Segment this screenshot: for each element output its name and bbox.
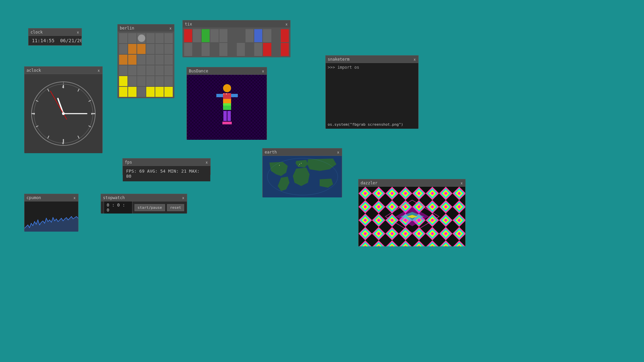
- cpumon-title: cpumon: [26, 195, 41, 200]
- stopwatch-display: 0 : 0 : 0: [104, 201, 132, 214]
- svg-rect-39: [226, 93, 227, 95]
- dazzler-content: [359, 187, 465, 246]
- clock-date: 06/21/20: [60, 38, 82, 43]
- tix-close-button[interactable]: x: [285, 22, 288, 26]
- cpumon-titlebar: cpumon x: [24, 194, 78, 201]
- clock-window: clock x 11:14:55 06/21/20: [28, 28, 82, 46]
- stopwatch-content: 0 : 0 : 0 start/pause reset: [101, 201, 187, 214]
- svg-point-42: [299, 164, 300, 165]
- dazzler-title: dazzler: [361, 181, 378, 185]
- fps-close-button[interactable]: x: [205, 160, 209, 164]
- berlin-window: berlin x: [117, 24, 174, 98]
- svg-line-15: [58, 99, 63, 114]
- berlin-close-button[interactable]: x: [169, 26, 172, 30]
- clock-title: clock: [31, 30, 43, 35]
- berlin-content: [118, 32, 174, 98]
- stopwatch-reset-button[interactable]: reset: [167, 204, 184, 211]
- busdance-figure: [187, 75, 267, 140]
- earth-title: earth: [265, 150, 277, 155]
- svg-line-17: [50, 91, 67, 119]
- clock-content: 11:14:55 06/21/20: [29, 36, 82, 45]
- earth-titlebar: earth x: [263, 148, 342, 156]
- aclock-close-button[interactable]: x: [97, 68, 101, 72]
- stopwatch-title: stopwatch: [103, 195, 125, 200]
- busdance-content: [187, 75, 267, 140]
- svg-rect-36: [222, 122, 227, 124]
- earth-map: [263, 156, 342, 197]
- clock-time: 11:14:55: [32, 38, 54, 43]
- svg-rect-32: [216, 94, 223, 97]
- aclock-titlebar: aclock x: [24, 67, 102, 74]
- dazzler-window: dazzler x: [358, 179, 466, 246]
- svg-line-13: [48, 89, 49, 92]
- svg-rect-31: [223, 103, 231, 110]
- snaketerm-content[interactable]: >>> import os os.system("fbgrab screensh…: [326, 63, 418, 129]
- earth-window: earth x: [262, 148, 342, 197]
- aclock-window: aclock x: [24, 66, 103, 153]
- fps-titlebar: fps x: [123, 159, 210, 166]
- snaketerm-title: snaketerm: [328, 57, 350, 62]
- busdance-window: BusDance x: [186, 67, 267, 139]
- tix-window: tix x: [182, 20, 290, 57]
- stopwatch-titlebar: stopwatch x: [101, 194, 187, 201]
- berlin-title: berlin: [120, 26, 134, 31]
- cpumon-window: cpumon x: [24, 194, 78, 231]
- fps-stats: FPS: 69 AVG: 54 MIN: 21 MAX: 80: [123, 166, 210, 181]
- svg-text:▼: ▼: [62, 141, 64, 145]
- tix-titlebar: tix x: [183, 20, 290, 28]
- svg-rect-33: [231, 94, 238, 97]
- fps-window: fps x FPS: 69 AVG: 54 MIN: 21 MAX: 80: [122, 158, 211, 175]
- clock-close-button[interactable]: x: [76, 30, 80, 34]
- clock-display: 11:14:55 06/21/20: [29, 36, 82, 45]
- snaketerm-line1: >>> import os: [328, 65, 416, 70]
- tix-content: [183, 28, 290, 57]
- earth-close-button[interactable]: x: [337, 150, 340, 154]
- stopwatch-window: stopwatch x 0 : 0 : 0 start/pause reset: [101, 194, 187, 213]
- svg-rect-40: [228, 93, 230, 95]
- svg-rect-34: [223, 111, 227, 121]
- cpumon-content: [24, 201, 78, 232]
- busdance-title: BusDance: [189, 69, 208, 73]
- svg-point-44: [299, 166, 299, 166]
- svg-point-18: [62, 112, 65, 115]
- svg-line-7: [78, 136, 79, 138]
- fps-content: FPS: 69 AVG: 54 MIN: 21 MAX: 80: [123, 166, 210, 181]
- dazzler-titlebar: dazzler x: [359, 179, 465, 187]
- berlin-titlebar: berlin x: [118, 24, 174, 32]
- busdance-titlebar: BusDance x: [187, 67, 267, 75]
- cpumon-graph: [24, 201, 78, 232]
- svg-rect-35: [227, 111, 231, 121]
- svg-line-3: [78, 89, 79, 92]
- svg-text:▲: ▲: [62, 84, 64, 88]
- stopwatch-close-button[interactable]: x: [182, 196, 185, 200]
- aclock-title: aclock: [26, 68, 41, 73]
- earth-content: [263, 156, 342, 197]
- svg-rect-37: [227, 122, 232, 124]
- dazzler-pattern: [359, 187, 465, 246]
- snaketerm-titlebar: snaketerm x: [326, 56, 418, 63]
- svg-point-43: [301, 163, 302, 164]
- tix-title: tix: [185, 22, 192, 26]
- svg-point-28: [223, 84, 231, 92]
- snaketerm-close-button[interactable]: x: [413, 57, 417, 61]
- cpumon-close-button[interactable]: x: [73, 196, 76, 200]
- fps-title: fps: [125, 160, 132, 165]
- snaketerm-bottom-cmd: os.system("fbgrab screenshot.png"): [328, 122, 403, 127]
- svg-point-45: [279, 165, 280, 166]
- svg-rect-38: [223, 93, 224, 95]
- busdance-close-button[interactable]: x: [262, 69, 265, 73]
- svg-text:◀: ◀: [33, 112, 35, 115]
- stopwatch-start-pause-button[interactable]: start/pause: [135, 204, 165, 211]
- snaketerm-window: snaketerm x >>> import os os.system("fbg…: [325, 55, 419, 128]
- svg-line-9: [48, 136, 49, 138]
- clock-titlebar: clock x: [29, 28, 82, 36]
- analog-clock-face: ▲ ▶ ▼ ◀: [30, 80, 97, 147]
- svg-text:▶: ▶: [91, 112, 93, 115]
- aclock-content: ▲ ▶ ▼ ◀: [24, 74, 102, 153]
- dazzler-close-button[interactable]: x: [460, 181, 464, 185]
